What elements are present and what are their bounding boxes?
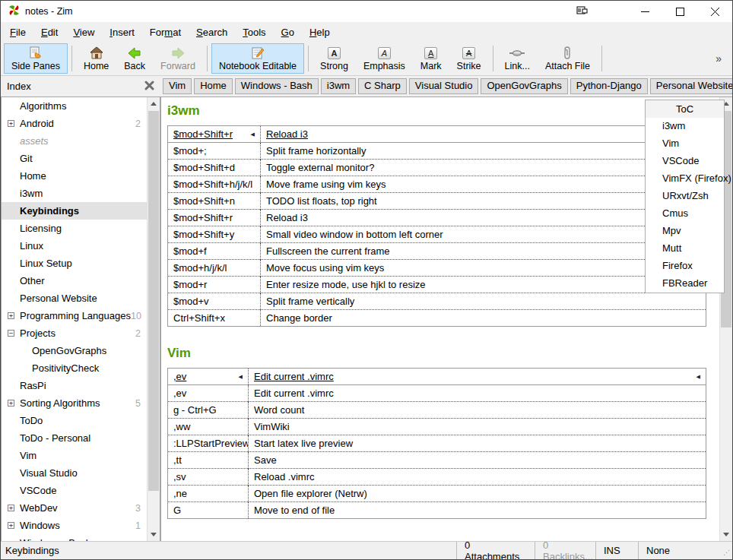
tree-item[interactable]: Git — [2, 150, 160, 167]
keybinding-key-cell[interactable]: Ctrl+Shift+x — [168, 310, 261, 327]
resize-grip[interactable]: ⋰ — [723, 542, 732, 559]
tray-keyboard-icon[interactable] — [576, 5, 588, 18]
keybinding-key-cell[interactable]: $mod+h/j/k/l — [168, 260, 261, 277]
menu-item[interactable]: View — [65, 24, 102, 41]
pathbar-page-button[interactable]: Python-Django — [570, 78, 648, 94]
mark-button[interactable]: A Mark — [413, 43, 449, 74]
tree-expander-icon[interactable] — [8, 207, 14, 214]
index-close-icon[interactable] — [144, 80, 154, 93]
keybinding-key-cell[interactable]: g - Ctrl+G — [168, 402, 249, 419]
tree-expander-icon[interactable] — [8, 138, 14, 144]
keybinding-key-cell[interactable]: G — [168, 502, 249, 519]
pathbar-page-button[interactable]: i3wm — [321, 78, 356, 94]
scroll-down-icon[interactable] — [720, 528, 732, 541]
menu-item[interactable]: Edit — [33, 24, 65, 41]
tree-item[interactable]: Vim — [2, 447, 160, 464]
tree-item[interactable]: ToDo - Personal — [2, 429, 160, 447]
keybinding-row[interactable]: $mod+Shift+n TODO list floats, top right — [168, 193, 706, 210]
keybinding-desc-cell[interactable]: Enter resize mode, use hjkl to resize — [261, 277, 706, 293]
menu-item[interactable]: Help — [302, 24, 338, 41]
format-style-indicator[interactable]: None — [638, 542, 723, 559]
keybinding-desc-cell[interactable]: VimWiki — [249, 419, 706, 435]
table-header-link[interactable]: Edit current .vimrc — [254, 371, 334, 382]
keybinding-desc-cell[interactable]: Toggle external monitor? — [261, 160, 706, 176]
tree-expander-icon[interactable] — [8, 487, 14, 494]
keybinding-row[interactable]: $mod+; Split frame horizontally — [168, 143, 706, 160]
page-editor[interactable]: i3wm $mod+Shift+r◀ Reload i3◀ — [160, 96, 732, 541]
tree-expander-icon[interactable]: + — [8, 505, 14, 511]
toc-entry[interactable]: FBReader — [646, 275, 724, 293]
emphasis-button[interactable]: A Emphasis — [356, 43, 413, 74]
close-button[interactable] — [697, 1, 732, 22]
sort-arrow-icon[interactable]: ◀ — [234, 374, 243, 380]
keybinding-row[interactable]: $mod+f Fullscreen the current frame — [168, 243, 706, 260]
pathbar-page-button[interactable]: Vim — [163, 78, 192, 94]
keybinding-key-cell[interactable]: ,tt — [168, 452, 249, 469]
tree-expander-icon[interactable] — [8, 539, 14, 541]
keybinding-row[interactable]: $mod+r Enter resize mode, use hjkl to re… — [168, 277, 706, 293]
keybinding-row[interactable]: ,tt Save — [168, 452, 706, 469]
pathbar-page-button[interactable]: OpenGovGraphs — [481, 78, 567, 94]
scroll-up-icon[interactable] — [148, 97, 160, 110]
toc-entry[interactable]: VSCode — [646, 153, 724, 170]
toc-entry[interactable]: URxvt/Zsh — [646, 188, 724, 205]
insert-mode-indicator[interactable]: INS — [595, 542, 638, 559]
keybinding-row[interactable]: :LLPStartPreview Start latex live previe… — [168, 435, 706, 452]
menu-item[interactable]: Search — [189, 24, 235, 41]
tree-item[interactable]: ToDo — [2, 412, 160, 429]
tree-item[interactable]: + Programming Languages 10 — [2, 307, 160, 324]
menu-item[interactable]: Insert — [102, 24, 142, 41]
tree-expander-icon[interactable]: + — [8, 522, 14, 529]
tree-expander-icon[interactable] — [8, 103, 14, 109]
tree-item[interactable]: PositivityCheck — [2, 359, 160, 377]
keybinding-key-cell[interactable]: $mod+Shift+n — [168, 193, 261, 210]
tree-item[interactable]: Windows - Bash — [2, 534, 160, 541]
pathbar-page-button[interactable]: C Sharp — [358, 78, 407, 94]
attach-file-button[interactable]: Attach File — [538, 43, 598, 74]
tree-expander-icon[interactable] — [8, 382, 14, 389]
tree-expander-icon[interactable]: + — [8, 400, 14, 407]
maximize-button[interactable] — [662, 1, 697, 22]
sidebar-scrollbar[interactable] — [147, 97, 160, 541]
tree-expander-icon[interactable] — [8, 435, 14, 441]
sort-arrow-icon[interactable]: ◀ — [692, 374, 700, 380]
keybinding-desc-cell[interactable]: Move to end of file — [249, 502, 706, 519]
tree-item[interactable]: + WebDev 3 — [2, 499, 160, 517]
keybinding-row[interactable]: $mod+Shift+d Toggle external monitor? — [168, 160, 706, 176]
keybinding-desc-cell[interactable]: Start latex live preview — [249, 435, 706, 452]
keybinding-row[interactable]: Ctrl+Shift+x Change border — [168, 310, 706, 327]
tree-item[interactable]: RasPi — [2, 377, 160, 394]
toc-entry[interactable]: Vim — [646, 135, 724, 153]
link-button[interactable]: Link... — [497, 43, 538, 74]
tree-expander-icon[interactable] — [8, 190, 14, 197]
keybinding-desc-cell[interactable]: Open file explorer (Netrw) — [249, 486, 706, 502]
keybinding-key-cell[interactable]: $mod+Shift+h/j/k/l — [168, 176, 261, 193]
tree-expander-icon[interactable] — [8, 452, 14, 459]
keybinding-row[interactable]: g - Ctrl+G Word count — [168, 402, 706, 419]
keybinding-key-cell[interactable]: $mod+Shift+d — [168, 160, 261, 176]
keybinding-row[interactable]: $mod+Shift+h/j/k/l Move frame using vim … — [168, 176, 706, 193]
toolbar-overflow-button[interactable]: » — [708, 52, 729, 65]
toc-entry[interactable]: Mutt — [646, 240, 724, 258]
keybinding-row[interactable]: $mod+Shift+y Small video window in botto… — [168, 226, 706, 243]
keybinding-row[interactable]: G Move to end of file — [168, 502, 706, 519]
sort-arrow-icon[interactable]: ◀ — [246, 131, 255, 138]
tree-item[interactable]: Keybindings — [2, 202, 160, 220]
keybinding-key-cell[interactable]: $mod+v — [168, 293, 261, 310]
table-header-link[interactable]: Reload i3 — [266, 128, 308, 140]
keybinding-row[interactable]: $mod+v Split frame vertically — [168, 293, 706, 310]
tree-item[interactable]: Linux — [2, 237, 160, 255]
keybinding-row[interactable]: ,ne Open file explorer (Netrw) — [168, 486, 706, 502]
keybinding-key-cell[interactable]: ,sv — [168, 469, 249, 486]
tree-expander-icon[interactable] — [8, 172, 14, 179]
menu-item[interactable]: Format — [142, 24, 189, 41]
pathbar-page-button[interactable]: Home — [194, 78, 233, 94]
keybinding-desc-cell[interactable]: Edit current .vimrc — [249, 385, 706, 402]
keybinding-key-cell[interactable]: $mod+f — [168, 243, 261, 260]
tree-expander-icon[interactable] — [8, 470, 14, 476]
keybinding-desc-cell[interactable]: Move frame using vim keys — [261, 176, 706, 193]
strong-button[interactable]: A Strong — [313, 43, 356, 74]
keybinding-desc-cell[interactable]: Reload .vimrc — [249, 469, 706, 486]
tree-item[interactable]: Visual Studio — [2, 464, 160, 482]
tree-item[interactable]: i3wm — [2, 185, 160, 202]
